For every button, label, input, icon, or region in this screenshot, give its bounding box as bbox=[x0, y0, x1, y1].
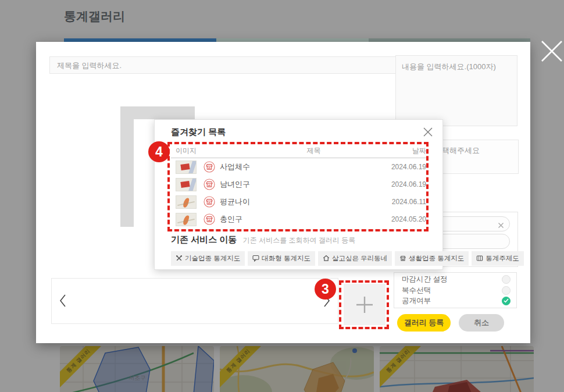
cancel-button[interactable]: 취소 bbox=[459, 314, 504, 332]
deadline-label: 마감시간 설정 bbox=[402, 275, 447, 284]
service-chip-label: 대화형 통계지도 bbox=[262, 254, 310, 263]
map-icon bbox=[476, 255, 483, 263]
close-x-glyph bbox=[540, 40, 563, 63]
service-chip-row: 기술업종 통계지도대화형 통계지도살고싶은 우리동네생활업종 통계지도통계주제도 bbox=[171, 251, 524, 266]
service-chip-label: 통계주제도 bbox=[486, 254, 519, 263]
service-chip-house[interactable]: 살고싶은 우리동네 bbox=[318, 251, 392, 266]
favorite-thumbnail-image bbox=[176, 195, 197, 209]
favorite-title: 사업체수 bbox=[220, 162, 250, 172]
annotation-number-3: 3 bbox=[315, 279, 336, 300]
shop-icon bbox=[399, 255, 406, 263]
favorite-row[interactable]: 평균나이2024.06.11 bbox=[171, 193, 429, 211]
chat-icon bbox=[252, 255, 259, 263]
shop-badge-icon bbox=[204, 213, 215, 225]
favorites-table-header: 이미지 제목 날짜 bbox=[171, 144, 429, 158]
existing-service-subtitle: 기존 서비스를 조회하여 갤러리 등록 bbox=[243, 236, 355, 244]
setting-public: 공개여부 bbox=[394, 296, 516, 306]
service-chip-label: 살고싶은 우리동네 bbox=[332, 254, 387, 263]
favorite-row[interactable]: 사업체수2024.06.19 bbox=[171, 158, 429, 176]
favorite-date: 2024.06.19 bbox=[391, 163, 429, 171]
favorites-table: 이미지 제목 날짜 사업체수2024.06.19남녀인구2024.06.19평균… bbox=[171, 144, 429, 230]
shop-badge-icon bbox=[204, 161, 215, 173]
popup-title: 즐겨찾기 목록 bbox=[171, 127, 226, 138]
favorite-date: 2024.06.11 bbox=[392, 198, 429, 206]
close-icon[interactable] bbox=[540, 40, 564, 64]
multi-select-toggle[interactable] bbox=[502, 286, 511, 295]
check-icon bbox=[504, 298, 509, 303]
settings-panel: 마감시간 설정 복수선택 공개여부 bbox=[394, 272, 517, 308]
service-chip-shop[interactable]: 생활업종 통계지도 bbox=[395, 251, 469, 266]
service-chip-label: 생활업종 통계지도 bbox=[409, 254, 464, 263]
shop-badge-icon bbox=[204, 179, 215, 190]
add-image-button[interactable] bbox=[344, 284, 385, 325]
column-date: 날짜 bbox=[381, 146, 429, 156]
favorite-row[interactable]: 총인구2024.05.20 bbox=[171, 211, 429, 228]
favorites-table-body: 사업체수2024.06.19남녀인구2024.06.19평균나이2024.06.… bbox=[171, 158, 429, 228]
carousel-prev-icon[interactable] bbox=[59, 294, 67, 308]
existing-service-title: 기존 서비스 이동 bbox=[171, 234, 237, 244]
page-title: 통계갤러리 bbox=[64, 8, 125, 24]
plus-icon bbox=[354, 294, 376, 316]
setting-multi-select: 복수선택 bbox=[394, 286, 516, 295]
public-toggle-checked[interactable] bbox=[502, 297, 511, 305]
favorite-date: 2024.06.19 bbox=[391, 180, 429, 188]
column-title: 제목 bbox=[247, 146, 381, 156]
favorite-thumbnail-image bbox=[176, 161, 197, 174]
service-chip-map[interactable]: 통계주제도 bbox=[472, 251, 524, 266]
favorite-row[interactable]: 남녀인구2024.06.19 bbox=[171, 176, 429, 193]
house-icon bbox=[323, 255, 330, 263]
favorite-title: 평균나이 bbox=[220, 197, 250, 207]
favorite-date: 2024.05.20 bbox=[391, 215, 429, 223]
title-input[interactable] bbox=[49, 56, 397, 74]
image-placeholder-frame-left bbox=[120, 106, 134, 227]
tools-icon bbox=[176, 255, 183, 263]
column-image: 이미지 bbox=[171, 146, 247, 156]
annotation-number-4: 4 bbox=[148, 141, 170, 162]
shop-badge-icon bbox=[204, 196, 215, 208]
favorites-popup: 즐겨찾기 목록 이미지 제목 날짜 사업체수2024.06.19남녀인구2024… bbox=[154, 119, 443, 270]
popup-close-icon[interactable] bbox=[423, 127, 433, 140]
favorite-title: 총인구 bbox=[220, 214, 242, 224]
setting-deadline: 마감시간 설정 bbox=[394, 275, 516, 284]
screen: 통계갤러리 서초구 통계 갤러리 통계 갤러리 bbox=[0, 0, 564, 392]
multi-select-label: 복수선택 bbox=[402, 286, 431, 295]
existing-service-section: 기존 서비스 이동 기존 서비스를 조회하여 갤러리 등록 bbox=[171, 234, 355, 245]
public-label: 공개여부 bbox=[402, 296, 431, 306]
content-textarea[interactable] bbox=[395, 55, 517, 126]
favorite-thumbnail-image bbox=[176, 178, 197, 191]
favorite-thumbnail-image bbox=[176, 213, 197, 226]
clear-icon[interactable] bbox=[498, 220, 504, 231]
service-chip-chat[interactable]: 대화형 통계지도 bbox=[248, 251, 315, 266]
service-chip-label: 기술업종 통계지도 bbox=[185, 254, 240, 263]
favorite-title: 남녀인구 bbox=[220, 179, 250, 190]
deadline-toggle[interactable] bbox=[502, 275, 511, 284]
service-chip-tools[interactable]: 기술업종 통계지도 bbox=[171, 251, 245, 266]
register-gallery-button[interactable]: 갤러리 등록 bbox=[397, 314, 451, 332]
image-carousel bbox=[51, 278, 338, 324]
